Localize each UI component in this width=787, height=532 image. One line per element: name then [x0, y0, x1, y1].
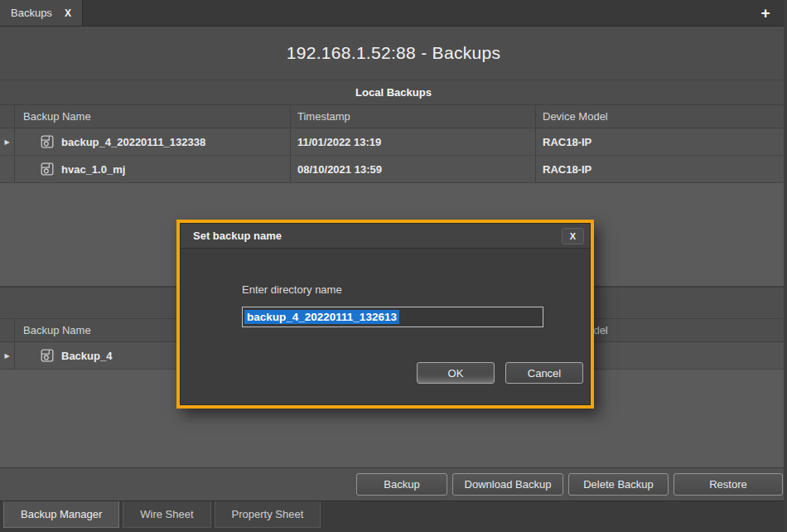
selector-header-cell: [0, 105, 15, 128]
view-title-bar: 192.168.1.52:88 - Backups: [0, 27, 787, 80]
selector-header-cell: [0, 319, 15, 341]
tab-property-sheet[interactable]: Property Sheet: [215, 501, 321, 528]
column-header-timestamp[interactable]: Timestamp: [291, 105, 536, 128]
floppy-disk-icon: [41, 135, 54, 148]
tab-close-icon[interactable]: X: [65, 7, 71, 19]
bottom-tab-bar: Backup Manager Wire Sheet Property Sheet: [0, 501, 787, 532]
timestamp-cell: 08/10/2021 13:59: [291, 156, 536, 182]
close-icon: X: [570, 231, 576, 241]
selected-input-text: backup_4_20220111_132613: [244, 310, 399, 324]
floppy-disk-icon: [41, 162, 54, 176]
backup-name-cell: backup_4_20220111_132338: [15, 128, 291, 155]
delete-backup-button[interactable]: Delete Backup: [568, 473, 669, 496]
backup-manager-window: Backups X + 192.168.1.52:88 - Backups Lo…: [0, 0, 787, 532]
top-tab-bar: Backups X +: [0, 0, 787, 27]
column-header-device-model[interactable]: Device Model: [536, 105, 787, 128]
table-row[interactable]: hvac_1.0_mj 08/10/2021 13:59 RAC18-IP: [0, 156, 787, 183]
timestamp-cell: 11/01/2022 13:19: [291, 128, 536, 155]
backup-name: hvac_1.0_mj: [61, 163, 125, 176]
dialog-title-bar[interactable]: Set backup name X: [181, 224, 590, 249]
cancel-button[interactable]: Cancel: [505, 362, 583, 384]
window-right-edge: [784, 0, 787, 532]
tab-backups-label: Backups: [11, 7, 52, 19]
table-row[interactable]: ▶ backup_4_20220111_132338 11/01/2022 13…: [0, 128, 787, 156]
row-selector-cell: ▶: [0, 128, 15, 155]
column-header-backup-name[interactable]: Backup Name: [15, 105, 291, 128]
action-bar: Backup Download Backup Delete Backup Res…: [0, 467, 787, 501]
dialog-title: Set backup name: [193, 230, 282, 242]
add-tab-button[interactable]: +: [756, 3, 775, 23]
device-model-cell: RAC18-IP: [536, 156, 787, 182]
backup-name: Backup_4: [61, 350, 112, 362]
tab-wire-sheet[interactable]: Wire Sheet: [123, 501, 210, 528]
plus-icon: +: [760, 4, 770, 22]
tab-backups[interactable]: Backups X: [0, 0, 83, 26]
local-backups-table-header: Backup Name Timestamp Device Model: [0, 105, 787, 128]
backup-name: backup_4_20220111_132338: [61, 136, 205, 148]
directory-name-label: Enter directory name: [242, 283, 342, 296]
page-title: 192.168.1.52:88 - Backups: [287, 43, 501, 63]
dialog-close-button[interactable]: X: [562, 228, 584, 244]
ok-button[interactable]: OK: [417, 362, 495, 384]
floppy-disk-icon: [41, 349, 54, 362]
set-backup-name-dialog: Set backup name X Enter directory name b…: [176, 220, 594, 409]
section-title: Local Backups: [355, 86, 432, 99]
dialog-frame: Set backup name X Enter directory name b…: [180, 223, 591, 405]
row-pointer-icon: ▶: [4, 352, 9, 360]
row-selector-cell: [0, 156, 15, 182]
restore-button[interactable]: Restore: [674, 473, 783, 496]
dialog-body: Enter directory name backup_4_20220111_1…: [181, 249, 590, 404]
device-model-cell: RAC18-IP: [536, 128, 787, 155]
tab-backup-manager[interactable]: Backup Manager: [3, 501, 119, 528]
directory-name-input[interactable]: backup_4_20220111_132613: [242, 307, 543, 327]
backup-button[interactable]: Backup: [356, 473, 447, 496]
row-selector-cell: ▶: [0, 342, 15, 369]
row-pointer-icon: ▶: [4, 138, 9, 146]
local-backups-section-header: Local Backups: [0, 80, 787, 105]
backup-name-cell: hvac_1.0_mj: [15, 156, 291, 182]
download-backup-button[interactable]: Download Backup: [452, 473, 563, 496]
